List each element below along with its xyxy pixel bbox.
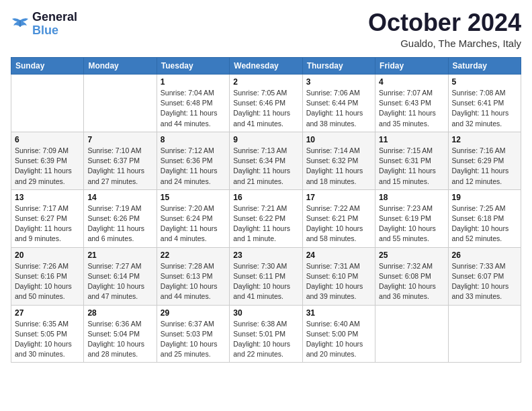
calendar-cell: 2Sunrise: 7:05 AM Sunset: 6:46 PM Daylig… [230,75,302,132]
calendar-cell: 3Sunrise: 7:06 AM Sunset: 6:44 PM Daylig… [302,75,375,132]
calendar-cell: 17Sunrise: 7:22 AM Sunset: 6:21 PM Dayli… [302,189,375,247]
calendar-cell: 28Sunrise: 6:36 AM Sunset: 5:04 PM Dayli… [84,305,157,363]
day-info: Sunrise: 6:35 AM Sunset: 5:05 PM Dayligh… [15,319,80,360]
day-number: 4 [379,77,444,87]
day-number: 26 [452,250,517,260]
logo-icon [11,16,30,32]
calendar-cell: 31Sunrise: 6:40 AM Sunset: 5:00 PM Dayli… [302,305,375,363]
day-number: 20 [15,250,80,260]
calendar-cell: 27Sunrise: 6:35 AM Sunset: 5:05 PM Dayli… [11,305,84,363]
day-info: Sunrise: 7:10 AM Sunset: 6:37 PM Dayligh… [87,146,152,187]
month-title: October 2024 [368,11,521,35]
day-number: 29 [161,308,226,318]
calendar-cell: 24Sunrise: 7:31 AM Sunset: 6:10 PM Dayli… [302,247,375,305]
day-number: 8 [161,135,226,144]
calendar-week-1: 1Sunrise: 7:04 AM Sunset: 6:48 PM Daylig… [11,75,521,132]
day-number: 11 [379,135,444,144]
calendar-cell: 14Sunrise: 7:19 AM Sunset: 6:26 PM Dayli… [84,189,157,247]
day-info: Sunrise: 7:14 AM Sunset: 6:32 PM Dayligh… [306,146,371,187]
calendar-cell: 4Sunrise: 7:07 AM Sunset: 6:43 PM Daylig… [375,75,448,132]
calendar-cell: 25Sunrise: 7:32 AM Sunset: 6:08 PM Dayli… [375,247,448,305]
weekday-header-monday: Monday [84,58,157,75]
day-number: 19 [452,193,517,202]
calendar-week-4: 20Sunrise: 7:26 AM Sunset: 6:16 PM Dayli… [11,247,521,305]
day-number: 7 [87,135,152,144]
calendar-week-3: 13Sunrise: 7:17 AM Sunset: 6:27 PM Dayli… [11,189,521,247]
calendar-cell: 23Sunrise: 7:30 AM Sunset: 6:11 PM Dayli… [230,247,302,305]
calendar-cell: 1Sunrise: 7:04 AM Sunset: 6:48 PM Daylig… [157,75,229,132]
logo-text: General Blue [32,11,77,38]
day-info: Sunrise: 7:31 AM Sunset: 6:10 PM Dayligh… [306,261,371,302]
calendar-cell: 16Sunrise: 7:21 AM Sunset: 6:22 PM Dayli… [230,189,302,247]
day-number: 31 [306,308,371,318]
calendar-cell: 19Sunrise: 7:25 AM Sunset: 6:18 PM Dayli… [448,189,521,247]
weekday-header-sunday: Sunday [11,58,84,75]
day-info: Sunrise: 7:30 AM Sunset: 6:11 PM Dayligh… [233,261,298,302]
day-number: 24 [306,250,371,260]
location-subtitle: Gualdo, The Marches, Italy [368,38,521,49]
day-info: Sunrise: 7:16 AM Sunset: 6:29 PM Dayligh… [452,146,517,187]
day-info: Sunrise: 6:38 AM Sunset: 5:01 PM Dayligh… [233,319,298,360]
calendar-cell: 18Sunrise: 7:23 AM Sunset: 6:19 PM Dayli… [375,189,448,247]
day-info: Sunrise: 7:28 AM Sunset: 6:13 PM Dayligh… [161,261,226,302]
day-number: 6 [15,135,80,144]
calendar-cell [11,75,84,132]
day-number: 18 [379,193,444,202]
day-info: Sunrise: 7:27 AM Sunset: 6:14 PM Dayligh… [87,261,152,302]
day-info: Sunrise: 7:08 AM Sunset: 6:41 PM Dayligh… [452,88,517,129]
day-number: 17 [306,193,371,202]
calendar-cell [375,305,448,363]
day-info: Sunrise: 7:07 AM Sunset: 6:43 PM Dayligh… [379,88,444,129]
calendar-week-5: 27Sunrise: 6:35 AM Sunset: 5:05 PM Dayli… [11,305,521,363]
day-number: 21 [87,250,152,260]
calendar-cell: 6Sunrise: 7:09 AM Sunset: 6:39 PM Daylig… [11,132,84,189]
calendar-cell: 5Sunrise: 7:08 AM Sunset: 6:41 PM Daylig… [448,75,521,132]
day-info: Sunrise: 7:32 AM Sunset: 6:08 PM Dayligh… [379,261,444,302]
day-info: Sunrise: 7:15 AM Sunset: 6:31 PM Dayligh… [379,146,444,187]
day-number: 9 [233,135,298,144]
day-info: Sunrise: 7:26 AM Sunset: 6:16 PM Dayligh… [15,261,80,302]
day-number: 14 [87,193,152,202]
day-number: 3 [306,77,371,87]
calendar-cell: 22Sunrise: 7:28 AM Sunset: 6:13 PM Dayli… [157,247,229,305]
day-info: Sunrise: 7:12 AM Sunset: 6:36 PM Dayligh… [161,146,226,187]
day-info: Sunrise: 7:17 AM Sunset: 6:27 PM Dayligh… [15,203,80,244]
calendar-cell: 8Sunrise: 7:12 AM Sunset: 6:36 PM Daylig… [157,132,229,189]
day-number: 5 [452,77,517,87]
day-info: Sunrise: 7:33 AM Sunset: 6:07 PM Dayligh… [452,261,517,302]
calendar-cell: 20Sunrise: 7:26 AM Sunset: 6:16 PM Dayli… [11,247,84,305]
calendar-cell: 29Sunrise: 6:37 AM Sunset: 5:03 PM Dayli… [157,305,229,363]
day-number: 28 [87,308,152,318]
day-info: Sunrise: 7:05 AM Sunset: 6:46 PM Dayligh… [233,88,298,129]
weekday-header-friday: Friday [375,58,448,75]
day-info: Sunrise: 7:23 AM Sunset: 6:19 PM Dayligh… [379,203,444,244]
day-number: 2 [233,77,298,87]
calendar-cell: 10Sunrise: 7:14 AM Sunset: 6:32 PM Dayli… [302,132,375,189]
day-number: 22 [161,250,226,260]
calendar-cell: 30Sunrise: 6:38 AM Sunset: 5:01 PM Dayli… [230,305,302,363]
day-info: Sunrise: 6:40 AM Sunset: 5:00 PM Dayligh… [306,319,371,360]
day-number: 1 [161,77,226,87]
calendar-cell: 12Sunrise: 7:16 AM Sunset: 6:29 PM Dayli… [448,132,521,189]
calendar-cell [84,75,157,132]
logo: General Blue [11,11,77,38]
day-info: Sunrise: 7:25 AM Sunset: 6:18 PM Dayligh… [452,203,517,244]
day-info: Sunrise: 7:22 AM Sunset: 6:21 PM Dayligh… [306,203,371,244]
day-info: Sunrise: 7:09 AM Sunset: 6:39 PM Dayligh… [15,146,80,187]
calendar-week-2: 6Sunrise: 7:09 AM Sunset: 6:39 PM Daylig… [11,132,521,189]
day-number: 16 [233,193,298,202]
calendar-cell: 7Sunrise: 7:10 AM Sunset: 6:37 PM Daylig… [84,132,157,189]
weekday-header-saturday: Saturday [448,58,521,75]
page-header: General Blue October 2024 Gualdo, The Ma… [11,11,521,49]
calendar-cell [448,305,521,363]
day-info: Sunrise: 7:06 AM Sunset: 6:44 PM Dayligh… [306,88,371,129]
day-info: Sunrise: 7:13 AM Sunset: 6:34 PM Dayligh… [233,146,298,187]
calendar-cell: 26Sunrise: 7:33 AM Sunset: 6:07 PM Dayli… [448,247,521,305]
day-number: 25 [379,250,444,260]
calendar-table: SundayMondayTuesdayWednesdayThursdayFrid… [11,57,521,363]
day-info: Sunrise: 7:04 AM Sunset: 6:48 PM Dayligh… [161,88,226,129]
day-number: 27 [15,308,80,318]
title-block: October 2024 Gualdo, The Marches, Italy [368,11,521,49]
day-info: Sunrise: 6:36 AM Sunset: 5:04 PM Dayligh… [87,319,152,360]
calendar-cell: 15Sunrise: 7:20 AM Sunset: 6:24 PM Dayli… [157,189,229,247]
